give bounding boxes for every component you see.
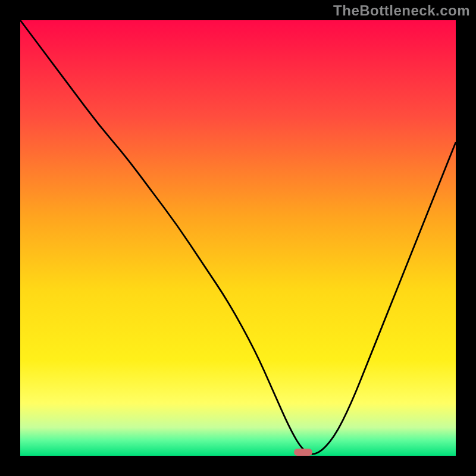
outer-frame: TheBottleneck.com xyxy=(0,0,476,476)
watermark-text: TheBottleneck.com xyxy=(333,2,470,19)
optimal-marker xyxy=(294,449,312,456)
background-gradient xyxy=(20,20,456,456)
svg-rect-0 xyxy=(20,20,456,456)
chart-area xyxy=(20,20,456,456)
